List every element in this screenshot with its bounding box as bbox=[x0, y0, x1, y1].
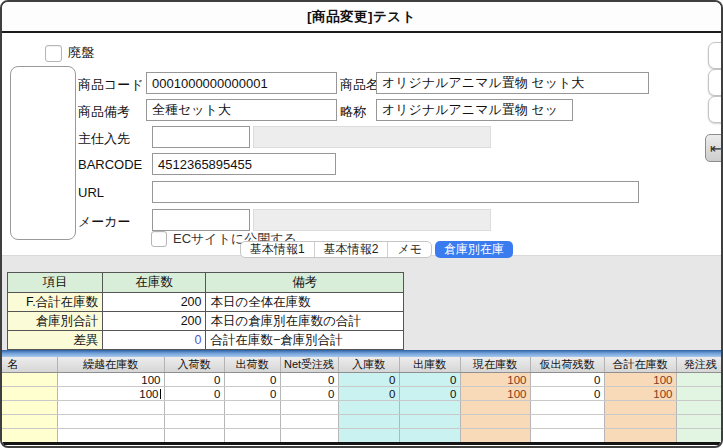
stock-cell[interactable]: 0 bbox=[530, 387, 604, 401]
stock-cell[interactable] bbox=[399, 401, 460, 415]
ec-publish-checkbox[interactable] bbox=[151, 231, 167, 247]
stock-cell[interactable] bbox=[676, 401, 723, 415]
stock-cell[interactable] bbox=[399, 429, 460, 443]
stock-cell[interactable] bbox=[280, 429, 338, 443]
window-title: [商品変更]テスト bbox=[307, 8, 416, 26]
stock-cell[interactable]: 0 bbox=[280, 387, 338, 401]
column-header: 在庫数 bbox=[103, 273, 206, 293]
stock-cell[interactable]: 0 bbox=[164, 373, 224, 387]
table-row: 100000001000100 bbox=[2, 373, 723, 387]
column-header: 現在庫数 bbox=[460, 357, 530, 373]
stock-cell[interactable] bbox=[2, 387, 57, 401]
stock-cell[interactable]: 100 bbox=[460, 387, 530, 401]
stock-cell[interactable] bbox=[338, 401, 399, 415]
stock-cell[interactable]: 100 bbox=[604, 373, 676, 387]
stock-cell[interactable]: 100 bbox=[604, 387, 676, 401]
stock-cell[interactable] bbox=[399, 415, 460, 429]
stock-cell[interactable] bbox=[164, 401, 224, 415]
stock-cell[interactable] bbox=[2, 429, 57, 443]
jump-to-first-button[interactable]: ⇤ bbox=[705, 134, 723, 162]
column-header: 出庫数 bbox=[399, 357, 460, 373]
abbreviation-input[interactable] bbox=[376, 99, 573, 121]
stock-cell[interactable] bbox=[530, 415, 604, 429]
stock-cell[interactable] bbox=[224, 429, 280, 443]
table-header-row: 項目在庫数備考 bbox=[8, 273, 404, 293]
column-header: 項目 bbox=[8, 273, 103, 293]
column-header: 仮出荷残数 bbox=[530, 357, 604, 373]
barcode-label: BARCODE bbox=[78, 157, 142, 172]
summary-item-cell: 差異 bbox=[8, 331, 103, 350]
stock-cell[interactable] bbox=[604, 415, 676, 429]
stock-cell[interactable]: 100 bbox=[57, 387, 164, 401]
side-button-2[interactable] bbox=[708, 69, 723, 96]
stock-cell[interactable]: 100 bbox=[460, 373, 530, 387]
stock-cell[interactable] bbox=[164, 415, 224, 429]
url-input[interactable] bbox=[152, 181, 639, 203]
stock-cell[interactable] bbox=[676, 415, 723, 429]
stock-cell[interactable] bbox=[280, 401, 338, 415]
stock-cell[interactable] bbox=[604, 429, 676, 443]
stock-cell[interactable]: 0 bbox=[224, 373, 280, 387]
stock-cell[interactable] bbox=[460, 429, 530, 443]
window-titlebar[interactable]: [商品変更]テスト bbox=[2, 2, 721, 33]
product-image-placeholder[interactable] bbox=[10, 66, 76, 240]
main-supplier-input[interactable] bbox=[152, 126, 250, 148]
table-row: 倉庫別合計 200 本日の倉庫別在庫数の合計 bbox=[8, 312, 404, 331]
barcode-input[interactable] bbox=[152, 153, 336, 175]
stock-cell[interactable] bbox=[460, 415, 530, 429]
stock-cell[interactable]: 0 bbox=[338, 387, 399, 401]
maker-input[interactable] bbox=[152, 209, 250, 231]
stock-cell[interactable] bbox=[530, 429, 604, 443]
stock-cell[interactable] bbox=[530, 401, 604, 415]
tab-memo[interactable]: メモ bbox=[387, 242, 431, 257]
discontinued-label: 廃盤 bbox=[68, 44, 94, 62]
table-splitter[interactable] bbox=[2, 350, 721, 357]
main-supplier-name-display bbox=[253, 126, 491, 148]
stock-cell[interactable]: 0 bbox=[338, 373, 399, 387]
stock-cell[interactable] bbox=[338, 429, 399, 443]
stock-cell[interactable] bbox=[164, 429, 224, 443]
left-arrow-to-bar-icon: ⇤ bbox=[710, 140, 722, 156]
stock-cell[interactable]: 0 bbox=[530, 373, 604, 387]
abbreviation-label: 略称 bbox=[340, 103, 366, 121]
tab-basic-info-1[interactable]: 基本情報1 bbox=[241, 242, 314, 257]
product-note-label: 商品備考 bbox=[78, 103, 130, 121]
stock-cell[interactable] bbox=[57, 415, 164, 429]
stock-cell[interactable] bbox=[2, 373, 57, 387]
stock-cell[interactable] bbox=[676, 387, 723, 401]
stock-summary-table: 項目在庫数備考 F.合計在庫数 200 本日の全体在庫数 倉庫別合計 200 本… bbox=[7, 272, 404, 350]
product-name-input[interactable] bbox=[376, 72, 649, 94]
stock-cell[interactable] bbox=[57, 429, 164, 443]
stock-cell[interactable] bbox=[224, 415, 280, 429]
tab-warehouse-stock[interactable]: 倉庫別在庫 bbox=[435, 241, 513, 258]
stock-cell[interactable]: 0 bbox=[399, 387, 460, 401]
stock-cell[interactable] bbox=[280, 415, 338, 429]
stock-cell[interactable]: 0 bbox=[164, 387, 224, 401]
stock-cell[interactable] bbox=[676, 373, 723, 387]
main-supplier-label: 主仕入先 bbox=[78, 130, 130, 148]
table-row: 100000001000100 bbox=[2, 387, 723, 401]
stock-cell[interactable] bbox=[460, 401, 530, 415]
table-row: F.合計在庫数 200 本日の全体在庫数 bbox=[8, 293, 404, 312]
side-button-1[interactable] bbox=[708, 42, 723, 69]
stock-cell[interactable] bbox=[57, 401, 164, 415]
stock-cell[interactable] bbox=[2, 401, 57, 415]
stock-cell[interactable]: 100 bbox=[57, 373, 164, 387]
stock-cell[interactable] bbox=[224, 401, 280, 415]
product-note-input[interactable] bbox=[146, 99, 337, 121]
stock-cell[interactable]: 0 bbox=[399, 373, 460, 387]
product-name-label: 商品名 bbox=[340, 76, 379, 94]
stock-cell[interactable]: 0 bbox=[224, 387, 280, 401]
side-button-3[interactable] bbox=[708, 96, 723, 123]
stock-cell[interactable]: 0 bbox=[280, 373, 338, 387]
stock-cell[interactable] bbox=[338, 415, 399, 429]
product-code-input[interactable] bbox=[146, 72, 337, 94]
discontinued-checkbox[interactable] bbox=[45, 45, 62, 62]
maker-label: メーカー bbox=[78, 213, 131, 231]
stock-cell[interactable] bbox=[604, 401, 676, 415]
summary-item-cell: 倉庫別合計 bbox=[8, 312, 103, 331]
stock-cell[interactable] bbox=[676, 429, 723, 443]
summary-qty-cell: 200 bbox=[103, 293, 206, 312]
stock-cell[interactable] bbox=[2, 415, 57, 429]
tab-basic-info-2[interactable]: 基本情報2 bbox=[314, 242, 388, 257]
